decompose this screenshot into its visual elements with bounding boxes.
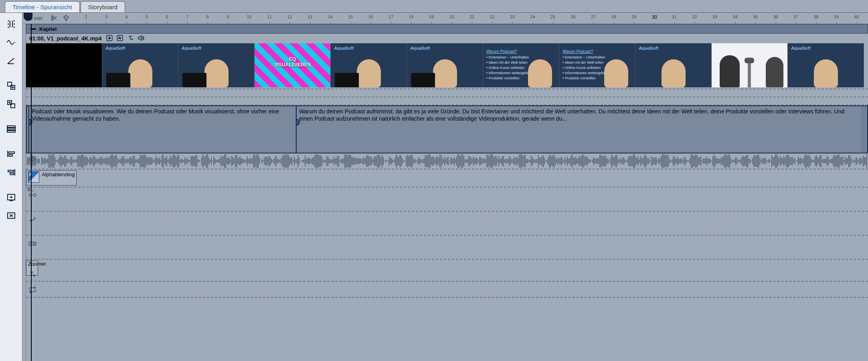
video-thumb[interactable]: Warum Podcast?• Entertainer – Unterhalte…	[559, 43, 635, 87]
ruler-tick: 8	[206, 14, 209, 19]
clip-play-icon[interactable]	[106, 34, 113, 43]
ruler-tick: 33	[712, 14, 717, 19]
timeline-ruler[interactable]: 0 min 1234567891011121314151617181920212…	[22, 13, 868, 24]
left-toolbar	[0, 13, 22, 361]
ruler-ticks: 1234567891011121314151617181920212223242…	[65, 13, 868, 24]
subtitle-clip[interactable]: Warum du deinen Podcast aufnimmst, da gi…	[296, 106, 861, 153]
ruler-tick: 31	[672, 14, 677, 19]
ruler-tick: 20	[449, 14, 454, 19]
svg-rect-10	[10, 173, 14, 175]
ruler-tick: 26	[571, 14, 576, 19]
tool-crop-in-icon[interactable]	[3, 189, 19, 205]
ruler-tick: 7	[186, 14, 188, 19]
clip-text-fx-icon[interactable]	[127, 34, 134, 43]
tool-align-tracks-icon[interactable]	[3, 16, 19, 32]
svg-point-14	[51, 19, 53, 21]
cut-marker-icon[interactable]	[51, 14, 58, 23]
ruler-tick: 35	[753, 14, 758, 19]
ruler-tick: 10	[247, 14, 252, 19]
clip-ab-icon[interactable]	[116, 34, 123, 43]
tool-crop-out-icon[interactable]	[3, 208, 19, 224]
ruler-tick: 27	[591, 14, 596, 19]
svg-rect-8	[9, 155, 12, 156]
ruler-tick: 18	[409, 14, 414, 19]
ruler-tick: 38	[814, 14, 819, 19]
clip-header[interactable]: 01:00, V1_podcast_4K.mp4	[26, 34, 868, 43]
tool-rows-icon[interactable]	[3, 121, 19, 137]
tab-storyboard[interactable]: Storyboard	[81, 1, 125, 12]
audio-icon	[28, 155, 36, 164]
alphablending-clip[interactable]: A Alphablending	[26, 170, 77, 186]
video-thumb[interactable]	[26, 43, 102, 87]
ruler-tick: 1	[65, 14, 67, 19]
svg-rect-6	[7, 131, 15, 132]
svg-rect-9	[8, 170, 14, 172]
camera-track[interactable]	[26, 236, 868, 260]
ruler-tick: 9	[227, 14, 229, 19]
chapter-label: Kapitel	[39, 26, 57, 32]
loop-icon	[28, 286, 36, 295]
video-thumb[interactable]: AquaSoft	[331, 43, 407, 87]
ruler-tick: 32	[692, 14, 697, 19]
tool-add-bottom-icon[interactable]	[3, 96, 19, 112]
subtitle-handle[interactable]	[28, 119, 32, 125]
subtitle-clip[interactable]: Podcast oder Musik visualisieren. Wie du…	[28, 106, 295, 153]
subtitle-track[interactable]: Podcast oder Musik visualisieren. Wie du…	[26, 105, 868, 153]
tool-add-top-icon[interactable]	[3, 78, 19, 94]
tab-timeline[interactable]: Timeline - Spuransicht	[5, 1, 80, 12]
audio-waveform-track[interactable]	[26, 153, 868, 169]
ruler-tick: 5	[146, 14, 148, 19]
tabs-bar: Timeline - Spuransicht Storyboard	[0, 0, 868, 13]
tool-align-left-icon[interactable]	[3, 146, 19, 162]
empty-track[interactable]	[26, 97, 868, 105]
ruler-tick: 37	[793, 14, 798, 19]
alphablend-fx-icon: A	[28, 171, 39, 183]
ruler-tick: 2	[85, 14, 87, 19]
video-thumb[interactable]: EQVISUALISIEREN	[255, 43, 331, 87]
ruler-tick: 6	[166, 14, 168, 19]
ruler-tick: 30	[652, 14, 657, 20]
ruler-tick: 14	[328, 14, 333, 19]
ruler-tick: 11	[267, 14, 272, 19]
timeline-rows: Kapitel 01:00, V1_podcast_4K.mp4 AquaS	[26, 24, 868, 361]
ruler-tick: 23	[510, 14, 515, 19]
chapter-header[interactable]: Kapitel	[26, 24, 868, 34]
tool-wave-icon[interactable]	[3, 34, 19, 50]
link-track[interactable]	[26, 188, 868, 212]
empty-track[interactable]	[26, 89, 868, 97]
clip-audio-icon[interactable]	[137, 34, 144, 43]
ruler-tick: 34	[733, 14, 738, 19]
ruler-tick: 36	[773, 14, 778, 19]
svg-rect-7	[9, 152, 14, 153]
ruler-tick: 19	[429, 14, 434, 19]
ruler-tick: 4	[125, 14, 128, 19]
tool-align-right-icon[interactable]	[3, 164, 19, 180]
effect-track-alphablending[interactable]: A Alphablending 0...	[26, 169, 868, 188]
svg-point-13	[51, 16, 53, 18]
ruler-tick: 21	[469, 14, 474, 19]
ruler-tick: 39	[834, 14, 839, 19]
motion-path-track[interactable]	[26, 212, 868, 236]
video-thumb[interactable]	[712, 43, 788, 87]
ruler-tick: 12	[287, 14, 292, 19]
zoomer-label: Zoomer	[28, 261, 68, 267]
video-thumbnail-track[interactable]: AquaSoft AquaSoft EQVISUALISIEREN AquaSo…	[26, 43, 868, 89]
video-thumb[interactable]: Warum Podcast?• Entertainer – Unterhalte…	[483, 43, 559, 87]
ruler-tick: 17	[388, 14, 393, 19]
video-thumb[interactable]: AquaSoft	[102, 43, 178, 87]
ruler-tick: 28	[611, 14, 616, 19]
tool-ramp-icon[interactable]	[3, 53, 19, 69]
camera-move-icon	[28, 240, 36, 249]
collapse-icon[interactable]	[30, 28, 36, 30]
video-thumb[interactable]: AquaSoft	[788, 43, 864, 87]
svg-rect-4	[7, 126, 15, 127]
text-fx-icon	[28, 270, 36, 279]
subtitle-handle[interactable]	[296, 119, 300, 125]
motion-path-icon	[28, 216, 36, 225]
video-thumb[interactable]: AquaSoft	[635, 43, 712, 87]
loop-track[interactable]	[26, 282, 868, 298]
video-thumb[interactable]: AquaSoft	[178, 43, 255, 87]
ruler-tick: 24	[530, 14, 535, 19]
zoomer-track[interactable]: 0. Zoomer	[26, 260, 868, 282]
video-thumb[interactable]: AquaSoft	[407, 43, 483, 87]
